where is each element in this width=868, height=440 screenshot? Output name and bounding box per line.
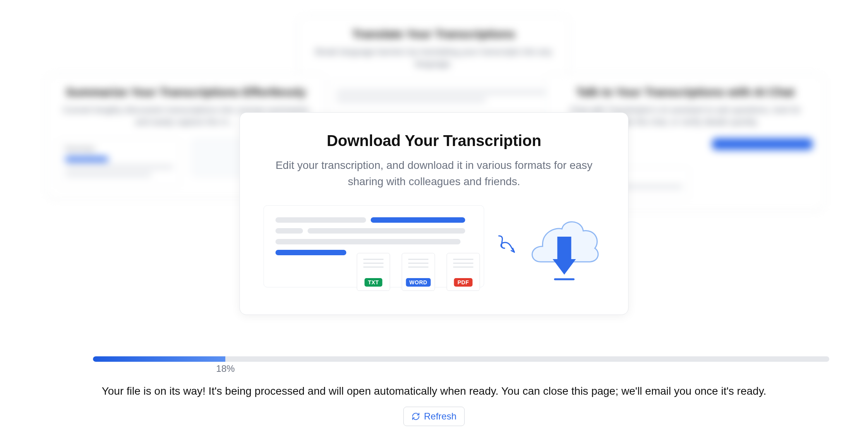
file-word-icon: WORD bbox=[402, 253, 435, 291]
refresh-label: Refresh bbox=[424, 411, 456, 422]
bg-card-subtitle: Break language barriers by translating y… bbox=[310, 46, 557, 70]
progress-track bbox=[93, 356, 829, 362]
upload-progress: 18% bbox=[93, 356, 829, 362]
bg-card-title: Translate Your Transcriptions bbox=[310, 28, 557, 41]
svg-rect-0 bbox=[558, 237, 571, 260]
file-format-label: TXT bbox=[365, 278, 383, 287]
file-format-icons: TXT WORD PDF bbox=[357, 253, 480, 291]
refresh-icon bbox=[412, 412, 420, 421]
bg-summary-label: Summary bbox=[65, 145, 173, 153]
cloud-download-icon bbox=[520, 210, 605, 283]
file-pdf-icon: PDF bbox=[447, 253, 480, 291]
file-format-label: WORD bbox=[406, 278, 431, 287]
bg-card-title: Summarize Your Transcriptions Effortless… bbox=[58, 86, 313, 99]
file-format-label: PDF bbox=[454, 278, 473, 287]
status-message: Your file is on its way! It's being proc… bbox=[102, 385, 767, 397]
bg-card-body bbox=[310, 80, 557, 112]
download-illustration bbox=[496, 210, 605, 283]
curly-arrow-icon bbox=[496, 233, 517, 260]
bg-card-translate: Translate Your Transcriptions Break lang… bbox=[298, 15, 569, 124]
bg-card-title: Talk to Your Transcriptions with AI Chat bbox=[558, 86, 813, 99]
card-illustration: TXT WORD PDF bbox=[263, 205, 605, 287]
download-transcription-card: Download Your Transcription Edit your tr… bbox=[240, 112, 629, 315]
refresh-button[interactable]: Refresh bbox=[403, 407, 465, 426]
progress-fill bbox=[93, 356, 225, 362]
card-description: Edit your transcription, and download it… bbox=[263, 157, 605, 190]
transcript-illustration: TXT WORD PDF bbox=[264, 205, 484, 287]
file-txt-icon: TXT bbox=[357, 253, 390, 291]
progress-percent-label: 18% bbox=[216, 363, 235, 374]
status-row: Your file is on its way! It's being proc… bbox=[0, 385, 868, 397]
card-title: Download Your Transcription bbox=[263, 132, 605, 150]
